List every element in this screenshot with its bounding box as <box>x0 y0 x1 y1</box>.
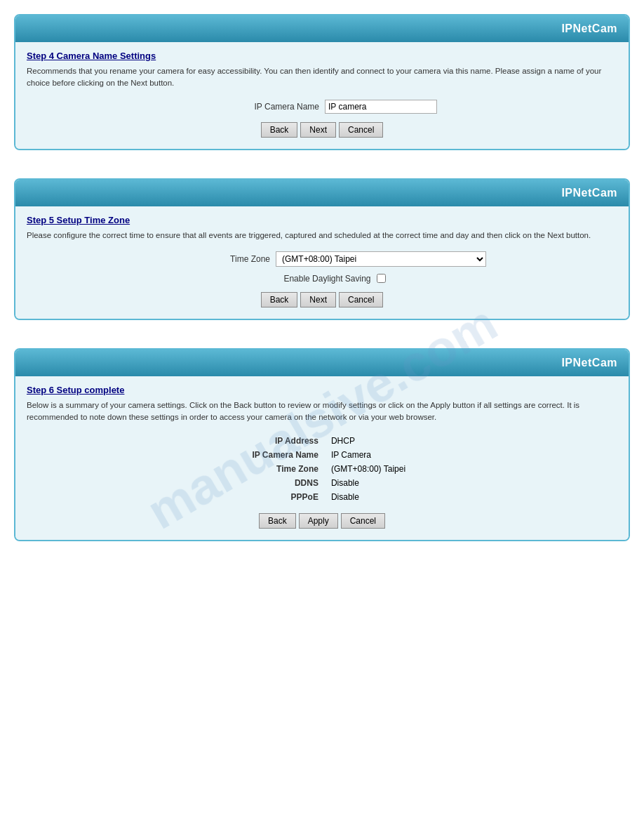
summary-label: IP Camera Name <box>233 449 324 461</box>
table-row: IP Camera NameIP Camera <box>233 449 411 461</box>
panel1-ip-camera-name-input[interactable] <box>325 100 437 114</box>
panel3-header: IPNetCam <box>15 350 629 376</box>
panel2-daylight-saving-checkbox[interactable] <box>377 274 386 283</box>
panel1-description: Recommends that you rename your camera f… <box>27 65 617 90</box>
summary-label: IP Address <box>233 435 324 447</box>
panel2-daylight-saving-label: Enable Daylight Saving <box>259 274 371 284</box>
table-row: Time Zone(GMT+08:00) Taipei <box>233 463 411 475</box>
panel1-ip-camera-name-label: IP Camera Name <box>207 102 319 112</box>
summary-value: DHCP <box>326 435 411 447</box>
panel3-setup-complete: IPNetCam Step 6 Setup complete Below is … <box>14 348 630 542</box>
panel1-header: IPNetCam <box>15 15 629 42</box>
table-row: IP AddressDHCP <box>233 435 411 447</box>
panel3-cancel-button[interactable]: Cancel <box>341 513 385 529</box>
panel1-cancel-button[interactable]: Cancel <box>339 122 383 138</box>
summary-label: Time Zone <box>233 463 324 475</box>
table-row: DDNSDisable <box>233 477 411 489</box>
panel2-step-title: Step 5 Setup Time Zone <box>27 215 617 225</box>
summary-label: DDNS <box>233 477 324 489</box>
panel3-apply-button[interactable]: Apply <box>299 513 338 529</box>
panel2-timezone-select[interactable]: (GMT+08:00) Taipei <box>276 251 486 267</box>
panel1-back-button[interactable]: Back <box>261 122 298 138</box>
panel3-summary-table: IP AddressDHCPIP Camera NameIP CameraTim… <box>232 433 412 505</box>
panel2-cancel-button[interactable]: Cancel <box>339 292 383 307</box>
panel3-back-button[interactable]: Back <box>259 513 296 529</box>
summary-label: PPPoE <box>233 491 324 503</box>
summary-value: Disable <box>326 491 411 503</box>
panel2-timezone-label: Time Zone <box>158 254 270 264</box>
panel2-next-button[interactable]: Next <box>300 292 336 307</box>
panel1-step-title: Step 4 Camera Name Settings <box>27 51 617 61</box>
panel2-description: Please configure the correct time to ens… <box>27 230 617 241</box>
table-row: PPPoEDisable <box>233 491 411 503</box>
summary-value: (GMT+08:00) Taipei <box>326 463 411 475</box>
panel3-step-title: Step 6 Setup complete <box>27 385 617 395</box>
summary-value: IP Camera <box>326 449 411 461</box>
panel3-description: Below is a summary of your camera settin… <box>27 399 617 424</box>
panel2-header: IPNetCam <box>15 180 629 206</box>
summary-value: Disable <box>326 477 411 489</box>
panel2-time-zone: IPNetCam Step 5 Setup Time Zone Please c… <box>14 178 630 320</box>
panel1-camera-name: IPNetCam Step 4 Camera Name Settings Rec… <box>14 14 630 150</box>
panel2-back-button[interactable]: Back <box>261 292 298 307</box>
panel1-next-button[interactable]: Next <box>300 122 336 138</box>
